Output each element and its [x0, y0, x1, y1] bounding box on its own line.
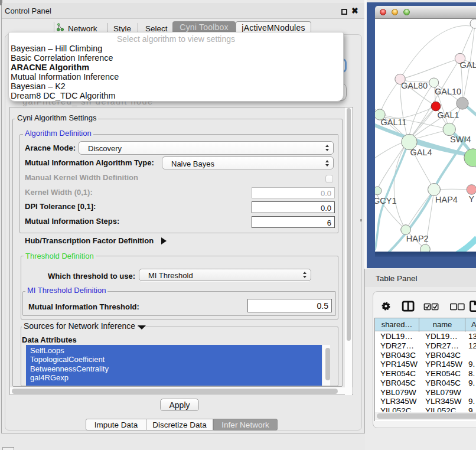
svg-text:HAP2: HAP2 — [406, 234, 429, 243]
svg-text:HAP4: HAP4 — [435, 195, 458, 204]
svg-text:GAL10: GAL10 — [435, 87, 461, 96]
svg-text:GAL80: GAL80 — [401, 81, 428, 90]
svg-text:GAL1: GAL1 — [438, 110, 459, 120]
svg-text:GAL2: GAL2 — [460, 60, 476, 70]
svg-text:SWI4: SWI4 — [450, 135, 471, 144]
svg-text:GAL4: GAL4 — [410, 148, 432, 157]
svg-text:Y: Y — [469, 194, 475, 204]
svg-text:GCY1: GCY1 — [375, 196, 397, 206]
svg-text:GAL11: GAL11 — [381, 118, 407, 127]
